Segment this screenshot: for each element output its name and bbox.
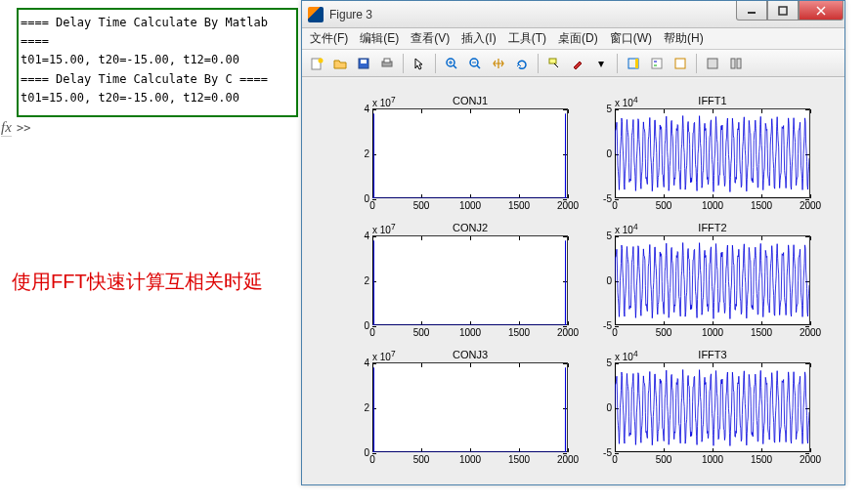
svg-rect-26 <box>731 59 735 68</box>
x-tick-label: 0 <box>612 452 618 465</box>
subplot-conj3[interactable]: CONJ3x 1070240500100015002000 <box>372 362 568 452</box>
axis-exponent: x 107 <box>372 349 396 362</box>
svg-rect-24 <box>675 59 685 68</box>
x-tick-label: 0 <box>369 198 375 211</box>
x-tick-label: 1000 <box>459 198 481 211</box>
x-tick-label: 1000 <box>702 198 723 211</box>
title-bar[interactable]: Figure 3 <box>302 1 844 28</box>
new-figure-icon[interactable] <box>306 53 327 74</box>
open-icon[interactable] <box>329 53 351 74</box>
x-tick-label: 1000 <box>459 325 481 338</box>
svg-line-11 <box>454 65 456 68</box>
subplot-ifft1[interactable]: IFFT1x 104-5050500100015002000 <box>615 108 810 198</box>
close-button[interactable] <box>799 1 843 21</box>
window-title: Figure 3 <box>329 8 736 21</box>
maximize-button[interactable] <box>767 1 799 21</box>
x-tick-label: 500 <box>413 452 430 465</box>
menu-window[interactable]: 窗口(W) <box>606 28 656 49</box>
svg-rect-9 <box>384 59 390 63</box>
x-tick-label: 500 <box>413 198 430 211</box>
x-tick-label: 1500 <box>751 198 772 211</box>
output-line: t01=15.00, t20=-15.00, t12=0.00 <box>21 51 294 69</box>
x-tick-label: 500 <box>656 452 672 465</box>
figure-window: Figure 3 文件(F) 编辑(E) 查看(V) 插入(I) 工具(T) 桌… <box>301 0 845 485</box>
save-icon[interactable] <box>353 53 374 74</box>
subplot-conj1[interactable]: CONJ1x 1070240500100015002000 <box>372 108 568 198</box>
x-tick-label: 1500 <box>508 198 530 211</box>
output-line: t01=15.00, t20=-15.00, t12=0.00 <box>21 89 294 107</box>
x-tick-label: 2000 <box>800 452 821 465</box>
svg-rect-27 <box>737 59 741 68</box>
x-tick-label: 1500 <box>751 325 772 338</box>
menu-view[interactable]: 查看(V) <box>407 28 454 49</box>
colorbar-icon[interactable] <box>623 53 644 74</box>
x-tick-label: 500 <box>656 325 672 338</box>
x-tick-label: 2000 <box>557 452 579 465</box>
svg-rect-25 <box>708 59 717 68</box>
y-tick-label: 4 <box>364 357 372 368</box>
x-tick-label: 1000 <box>702 452 723 465</box>
subplot-conj2[interactable]: CONJ2x 1070240500100015002000 <box>372 235 568 325</box>
axis-exponent: x 104 <box>615 349 638 362</box>
menu-insert[interactable]: 插入(I) <box>457 28 499 49</box>
data-cursor-icon[interactable] <box>543 53 565 74</box>
command-window-panel: ==== Delay Time Calculate By Matlab ====… <box>0 0 301 504</box>
svg-rect-1 <box>779 7 787 15</box>
show-tools-icon[interactable] <box>725 53 747 74</box>
x-tick-label: 2000 <box>557 198 579 211</box>
y-tick-label: 0 <box>606 275 615 286</box>
y-tick-label: 4 <box>364 104 372 114</box>
x-tick-label: 2000 <box>800 198 821 211</box>
minimize-button[interactable] <box>736 1 767 21</box>
x-tick-label: 1500 <box>508 452 530 465</box>
plot-title: CONJ3 <box>372 349 568 360</box>
zoom-out-icon[interactable] <box>464 53 486 74</box>
x-tick-label: 1000 <box>702 325 723 338</box>
plot-title: IFFT3 <box>615 349 810 360</box>
axes-icon[interactable] <box>670 53 691 74</box>
menu-help[interactable]: 帮助(H) <box>660 28 708 49</box>
y-tick-label: 5 <box>606 357 615 368</box>
y-tick-label: 5 <box>606 231 615 241</box>
pan-icon[interactable] <box>488 53 509 74</box>
x-tick-label: 1500 <box>508 325 530 338</box>
y-tick-label: 2 <box>364 402 372 413</box>
hide-tools-icon[interactable] <box>702 53 723 74</box>
plot-title: CONJ1 <box>372 95 568 106</box>
print-icon[interactable] <box>376 53 398 74</box>
axis-exponent: x 107 <box>372 95 396 108</box>
menu-desktop[interactable]: 桌面(D) <box>554 28 602 49</box>
plot-area[interactable]: CONJ1x 1070240500100015002000IFFT1x 104-… <box>302 79 844 484</box>
zoom-in-icon[interactable] <box>441 53 462 74</box>
subplot-ifft3[interactable]: IFFT3x 104-5050500100015002000 <box>615 362 810 452</box>
svg-line-15 <box>477 65 480 68</box>
x-tick-label: 0 <box>369 452 375 465</box>
command-output-box: ==== Delay Time Calculate By Matlab ====… <box>17 8 298 117</box>
x-tick-label: 0 <box>369 325 375 338</box>
x-tick-label: 500 <box>656 198 672 211</box>
pointer-icon[interactable] <box>409 53 430 74</box>
svg-rect-21 <box>652 59 662 68</box>
menu-file[interactable]: 文件(F) <box>306 28 352 49</box>
link-icon[interactable]: ▾ <box>590 53 612 74</box>
menu-tools[interactable]: 工具(T) <box>504 28 550 49</box>
subplot-ifft2[interactable]: IFFT2x 104-5050500100015002000 <box>615 235 810 325</box>
y-tick-label: 2 <box>364 148 372 159</box>
plot-title: IFFT1 <box>615 95 810 106</box>
x-tick-label: 0 <box>612 325 618 338</box>
matlab-icon <box>308 7 324 22</box>
x-tick-label: 1500 <box>751 452 772 465</box>
brush-icon[interactable] <box>567 53 588 74</box>
axis-exponent: x 104 <box>615 222 638 235</box>
svg-point-5 <box>319 58 324 63</box>
command-prompt[interactable]: >> <box>17 121 30 135</box>
x-tick-label: 2000 <box>557 325 579 338</box>
x-tick-label: 500 <box>413 325 430 338</box>
toolbar: ▾ <box>302 50 844 77</box>
plot-title: CONJ2 <box>372 222 568 233</box>
rotate-icon[interactable] <box>511 53 533 74</box>
svg-rect-20 <box>635 59 638 68</box>
legend-icon[interactable] <box>646 53 668 74</box>
menu-edit[interactable]: 编辑(E) <box>356 28 403 49</box>
y-tick-label: 0 <box>606 402 615 413</box>
